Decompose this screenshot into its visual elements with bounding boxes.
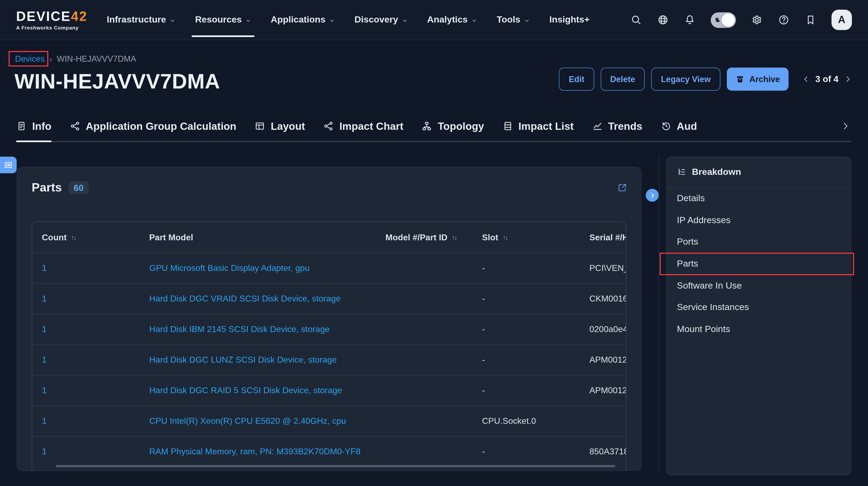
bell-icon[interactable] bbox=[684, 14, 696, 26]
nav-item-label: Tools bbox=[497, 14, 520, 25]
logo-text: DEVICE bbox=[16, 8, 71, 23]
sidebar-item-label: Software In Use bbox=[677, 280, 742, 291]
delete-button[interactable]: Delete bbox=[600, 68, 645, 91]
search-icon[interactable] bbox=[630, 14, 642, 26]
next-device-icon[interactable] bbox=[844, 75, 852, 83]
count-link[interactable]: 1 bbox=[32, 263, 140, 273]
sidebar-item[interactable]: IP Addresses bbox=[667, 209, 851, 231]
side-drawer-tab[interactable] bbox=[0, 157, 17, 173]
column-header[interactable]: Part Model ↑↓ bbox=[140, 232, 376, 242]
nav-item[interactable]: Infrastructure bbox=[107, 0, 176, 40]
slot-cell: CPU.Socket.0 bbox=[472, 416, 580, 426]
tab[interactable]: Info bbox=[16, 111, 51, 141]
column-header[interactable]: Slot ↑↓ bbox=[472, 232, 580, 242]
sidebar-item[interactable]: Service Instances bbox=[667, 297, 851, 318]
column-label: Serial #/H bbox=[589, 232, 626, 242]
sidebar-item[interactable]: Mount Points bbox=[667, 318, 851, 340]
sort-arrows-icon[interactable]: ↑↓ bbox=[452, 234, 456, 241]
chevron-down-icon bbox=[524, 18, 530, 23]
column-header[interactable]: Count ↑↓ bbox=[32, 232, 140, 242]
tab[interactable]: Aud bbox=[660, 111, 697, 141]
tab[interactable]: Trends bbox=[592, 111, 642, 141]
breakdown-header: Breakdown bbox=[667, 157, 851, 188]
device-tabs: Info Application Group Calculation Layou… bbox=[16, 111, 851, 142]
moon-icon bbox=[713, 16, 721, 24]
edit-button[interactable]: Edit bbox=[559, 68, 594, 91]
chevron-down-icon bbox=[329, 18, 335, 23]
column-header[interactable]: Serial #/H ↑↓ bbox=[580, 232, 626, 242]
avatar[interactable]: A bbox=[832, 10, 852, 30]
breakdown-list: Details IP Addresses Ports Parts Softwar… bbox=[667, 188, 851, 340]
nav-item[interactable]: Tools bbox=[497, 0, 530, 40]
layout-icon bbox=[255, 121, 266, 131]
count-link[interactable]: 1 bbox=[32, 355, 140, 365]
bookmark-icon[interactable] bbox=[805, 14, 816, 26]
help-icon[interactable] bbox=[778, 14, 789, 26]
breakdown-sidebar: Breakdown Details IP Addresses Ports Par… bbox=[666, 157, 851, 475]
slot-cell: - bbox=[472, 447, 580, 456]
part-model-link[interactable]: Hard Disk DGC RAID 5 SCSI Disk Device, s… bbox=[140, 386, 376, 395]
tab[interactable]: Impact Chart bbox=[323, 111, 403, 141]
document-icon bbox=[16, 121, 27, 131]
serial-cell: APM00125 bbox=[580, 386, 626, 395]
part-model-link[interactable]: Hard Disk DGC VRAID SCSI Disk Device, st… bbox=[140, 294, 376, 303]
count-link[interactable]: 1 bbox=[32, 325, 140, 334]
tab-label: Application Group Calculation bbox=[86, 120, 236, 132]
list-icon bbox=[4, 160, 13, 169]
sidebar-item-label: Mount Points bbox=[677, 324, 730, 335]
count-link[interactable]: 1 bbox=[32, 447, 140, 456]
part-model-link[interactable]: Hard Disk IBM 2145 SCSI Disk Device, sto… bbox=[140, 325, 376, 334]
count-link[interactable]: 1 bbox=[32, 294, 140, 303]
sidebar-item[interactable]: Ports bbox=[667, 231, 851, 253]
topbar-actions: A bbox=[630, 10, 852, 30]
part-model-link[interactable]: RAM Physical Memory, ram, PN: M393B2K70D… bbox=[140, 447, 376, 456]
nav-item-label: Resources bbox=[195, 14, 242, 25]
horizontal-scrollbar[interactable] bbox=[56, 465, 615, 467]
serial-cell: PCI\VEN_1 bbox=[580, 263, 626, 273]
tab-label: Aud bbox=[677, 120, 697, 132]
archive-icon bbox=[736, 74, 745, 84]
tabs-overflow-icon[interactable] bbox=[841, 121, 850, 131]
gear-icon[interactable] bbox=[751, 14, 763, 26]
sort-arrows-icon[interactable]: ↑↓ bbox=[502, 234, 507, 241]
main-menu: Infrastructure Resources Applications Di… bbox=[107, 0, 590, 40]
tab[interactable]: Topology bbox=[422, 111, 484, 141]
part-model-link[interactable]: GPU Microsoft Basic Display Adapter, gpu bbox=[140, 263, 376, 273]
column-header[interactable]: Model #/Part ID ↑↓ bbox=[376, 232, 472, 242]
sort-arrows-icon[interactable]: ↑↓ bbox=[71, 234, 75, 241]
table-row: 1 Hard Disk IBM 2145 SCSI Disk Device, s… bbox=[32, 314, 626, 345]
count-link[interactable]: 1 bbox=[32, 416, 140, 426]
sidebar-collapse-button[interactable] bbox=[646, 189, 659, 202]
sidebar-item-label: Ports bbox=[677, 237, 698, 248]
part-model-link[interactable]: CPU Intel(R) Xeon(R) CPU E5620 @ 2.40GHz… bbox=[140, 416, 376, 426]
part-model-link[interactable]: Hard Disk DGC LUNZ SCSI Disk Device, sto… bbox=[140, 355, 376, 365]
slot-cell: - bbox=[472, 263, 580, 273]
parts-table-header: Count ↑↓ Part Model ↑↓ Model #/Part ID ↑… bbox=[32, 222, 626, 253]
nav-item-label: Infrastructure bbox=[107, 14, 166, 25]
parts-count-badge: 60 bbox=[69, 181, 89, 194]
sidebar-item[interactable]: Details bbox=[667, 188, 851, 209]
tab[interactable]: Impact List bbox=[502, 111, 574, 141]
archive-button[interactable]: Archive bbox=[727, 68, 788, 91]
sidebar-item[interactable]: Parts bbox=[667, 253, 851, 275]
tab-label: Topology bbox=[438, 120, 484, 132]
sidebar-item[interactable]: Software In Use bbox=[667, 275, 851, 297]
tab[interactable]: Layout bbox=[255, 111, 305, 141]
parts-table: Count ↑↓ Part Model ↑↓ Model #/Part ID ↑… bbox=[32, 222, 626, 471]
legacy-view-button[interactable]: Legacy View bbox=[651, 68, 721, 91]
nav-item[interactable]: Discovery bbox=[354, 0, 408, 40]
nav-item[interactable]: Resources bbox=[195, 0, 251, 40]
prev-device-icon[interactable] bbox=[802, 75, 810, 83]
external-link-icon[interactable] bbox=[617, 183, 627, 193]
nav-item[interactable]: Applications bbox=[271, 0, 335, 40]
tab[interactable]: Application Group Calculation bbox=[69, 111, 236, 141]
globe-icon[interactable] bbox=[657, 14, 669, 26]
column-label: Slot bbox=[482, 232, 498, 242]
device42-logo[interactable]: DEVICE42 A Freshworks Company bbox=[16, 9, 88, 30]
nav-item[interactable]: Analytics bbox=[427, 0, 477, 40]
nav-item[interactable]: Insights+ bbox=[550, 0, 590, 40]
theme-toggle[interactable] bbox=[711, 12, 736, 28]
breadcrumb-devices-link[interactable]: Devices bbox=[15, 54, 44, 64]
count-link[interactable]: 1 bbox=[32, 386, 140, 395]
serial-cell: APM00125 bbox=[580, 355, 626, 365]
